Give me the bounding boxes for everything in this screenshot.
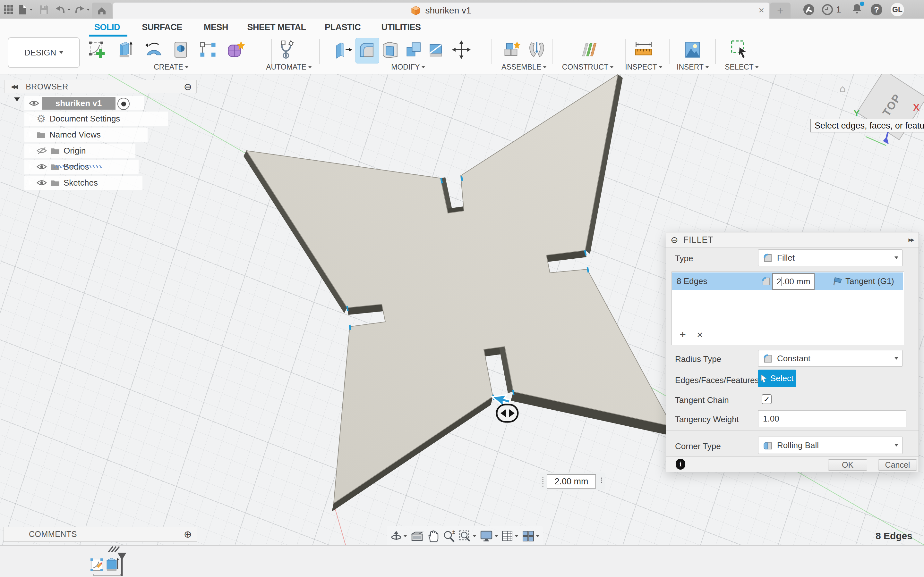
tree-root-selected-label[interactable]: shuriken v1 bbox=[42, 97, 115, 110]
visibility-eye-icon[interactable] bbox=[37, 179, 47, 186]
grid-snap-settings[interactable] bbox=[501, 530, 518, 542]
sketch-feature-icon[interactable] bbox=[90, 558, 103, 571]
fit-tool[interactable] bbox=[459, 530, 476, 543]
fillet-radius-input[interactable]: 2.00 mm bbox=[772, 273, 814, 290]
comments-bar[interactable]: COMMENTS ⊕ bbox=[3, 527, 197, 542]
joint-button[interactable] bbox=[527, 40, 546, 59]
expand-chevron-icon[interactable] bbox=[29, 180, 33, 185]
chevron-down-icon[interactable] bbox=[67, 9, 71, 11]
chevron-down-icon[interactable] bbox=[536, 535, 540, 537]
info-icon[interactable]: i bbox=[676, 459, 685, 470]
display-settings[interactable] bbox=[480, 530, 498, 542]
collapse-panel-icon[interactable]: ◀◀ bbox=[11, 83, 17, 90]
tab-surface[interactable]: SURFACE bbox=[142, 23, 182, 32]
new-tab-button[interactable]: + bbox=[770, 3, 790, 19]
visibility-eye-icon[interactable] bbox=[29, 100, 39, 107]
shell-button[interactable] bbox=[381, 40, 399, 59]
look-at-tool[interactable] bbox=[411, 531, 423, 542]
tab-sheet-metal[interactable]: SHEET METAL bbox=[247, 23, 306, 32]
add-comment-icon[interactable]: ⊕ bbox=[184, 529, 192, 540]
dimension-drag-handle[interactable] bbox=[542, 476, 543, 487]
type-dropdown[interactable]: Fillet bbox=[758, 250, 903, 266]
create-sketch-button[interactable] bbox=[88, 40, 107, 59]
group-label-insert[interactable]: INSERT bbox=[677, 63, 709, 71]
pan-tool[interactable] bbox=[427, 530, 439, 542]
chevron-down-icon[interactable] bbox=[404, 535, 407, 537]
dimension-input[interactable]: 2.00 mm bbox=[547, 474, 596, 488]
group-label-create[interactable]: CREATE bbox=[153, 63, 188, 71]
tree-row-origin[interactable]: Origin bbox=[24, 143, 136, 158]
visibility-off-eye-icon[interactable] bbox=[37, 147, 47, 155]
expand-chevron-icon[interactable] bbox=[29, 148, 33, 153]
extrude-button[interactable] bbox=[116, 40, 134, 59]
notifications-button[interactable] bbox=[851, 5, 863, 15]
expand-chevron-icon[interactable] bbox=[29, 116, 33, 121]
group-label-automate[interactable]: AUTOMATE bbox=[266, 63, 312, 71]
undo-button[interactable] bbox=[55, 5, 71, 15]
save-button[interactable] bbox=[39, 5, 49, 15]
cancel-button[interactable]: Cancel bbox=[878, 459, 917, 471]
tree-row-document-settings[interactable]: ⚙ Document Settings bbox=[24, 111, 168, 126]
tab-mesh[interactable]: MESH bbox=[204, 23, 228, 32]
orbit-tool[interactable] bbox=[390, 530, 407, 542]
root-expand-icon[interactable] bbox=[14, 97, 20, 101]
expand-chevron-icon[interactable] bbox=[29, 132, 33, 137]
dock-panel-icon[interactable]: ▶▶ bbox=[908, 237, 913, 242]
create-form-button[interactable] bbox=[226, 40, 245, 59]
move-copy-button[interactable] bbox=[452, 40, 471, 59]
redo-button[interactable] bbox=[74, 5, 90, 15]
fillet-dialog-header[interactable]: ⊖ FILLET ▶▶ bbox=[666, 232, 919, 247]
fillet-selection-table[interactable]: 8 Edges 2.00 mm Tangent (G1) + × bbox=[672, 271, 904, 345]
chevron-down-icon[interactable] bbox=[495, 535, 498, 537]
close-tab-icon[interactable]: × bbox=[758, 5, 764, 16]
select-button[interactable]: Select bbox=[758, 370, 796, 387]
tab-utilities[interactable]: UTILITIES bbox=[381, 23, 421, 32]
pattern-button[interactable] bbox=[199, 40, 217, 59]
remove-edge-set-button[interactable]: × bbox=[697, 329, 703, 341]
group-label-inspect[interactable]: INSPECT bbox=[625, 63, 662, 71]
workspace-selector[interactable]: DESIGN bbox=[8, 37, 80, 68]
timeline-features[interactable] bbox=[90, 546, 132, 577]
group-label-select[interactable]: SELECT bbox=[725, 63, 758, 71]
app-grid-icon[interactable] bbox=[4, 5, 13, 15]
tangency-weight-input[interactable]: 1.00 bbox=[758, 410, 906, 427]
viewports[interactable] bbox=[522, 530, 540, 542]
file-menu[interactable] bbox=[19, 5, 33, 15]
fillet-button[interactable] bbox=[357, 40, 376, 59]
tree-row-sketches[interactable]: Sketches bbox=[24, 176, 142, 190]
ok-button[interactable]: OK bbox=[828, 459, 867, 471]
corner-type-dropdown[interactable]: Rolling Ball bbox=[758, 437, 903, 454]
document-tab[interactable]: shuriken v1 × bbox=[113, 3, 769, 19]
chevron-down-icon[interactable] bbox=[473, 535, 476, 537]
tree-row-named-views[interactable]: Named Views bbox=[24, 127, 148, 142]
add-edge-set-button[interactable]: + bbox=[680, 328, 686, 341]
zoom-tool[interactable]: ± bbox=[443, 530, 455, 543]
chevron-down-icon[interactable] bbox=[29, 9, 33, 11]
combine-button[interactable] bbox=[405, 40, 423, 59]
measure-button[interactable] bbox=[634, 40, 653, 59]
insert-button[interactable] bbox=[683, 40, 702, 59]
press-pull-button[interactable] bbox=[334, 40, 352, 59]
panel-minimize-icon[interactable]: ⊖ bbox=[184, 81, 192, 92]
avatar[interactable]: GL bbox=[891, 3, 904, 16]
tab-solid[interactable]: SOLID bbox=[94, 23, 120, 32]
group-label-modify[interactable]: MODIFY bbox=[391, 63, 425, 71]
viewcube-home-icon[interactable]: ⌂ bbox=[839, 83, 846, 95]
split-body-button[interactable] bbox=[428, 40, 446, 59]
help-button[interactable]: ? bbox=[871, 5, 882, 15]
revolve-button[interactable] bbox=[145, 40, 163, 59]
hole-button[interactable] bbox=[172, 40, 191, 59]
select-tool-button[interactable] bbox=[730, 40, 749, 59]
extrude-feature-icon[interactable] bbox=[107, 558, 119, 571]
home-tab[interactable] bbox=[92, 3, 111, 19]
job-status-button[interactable]: 1 bbox=[821, 5, 841, 15]
new-component-button[interactable] bbox=[503, 40, 522, 59]
dimension-overflow-icon[interactable]: ⁝ bbox=[600, 475, 603, 485]
continuity-value[interactable]: Tangent (G1) bbox=[845, 276, 894, 286]
edge-set-row[interactable]: 8 Edges 2.00 mm Tangent (G1) bbox=[672, 272, 903, 290]
chevron-down-icon[interactable] bbox=[515, 535, 518, 537]
expand-chevron-icon[interactable] bbox=[29, 164, 33, 169]
extensions-button[interactable] bbox=[803, 5, 815, 15]
activate-component-radio[interactable] bbox=[118, 98, 129, 110]
radius-type-dropdown[interactable]: Constant bbox=[758, 350, 903, 367]
